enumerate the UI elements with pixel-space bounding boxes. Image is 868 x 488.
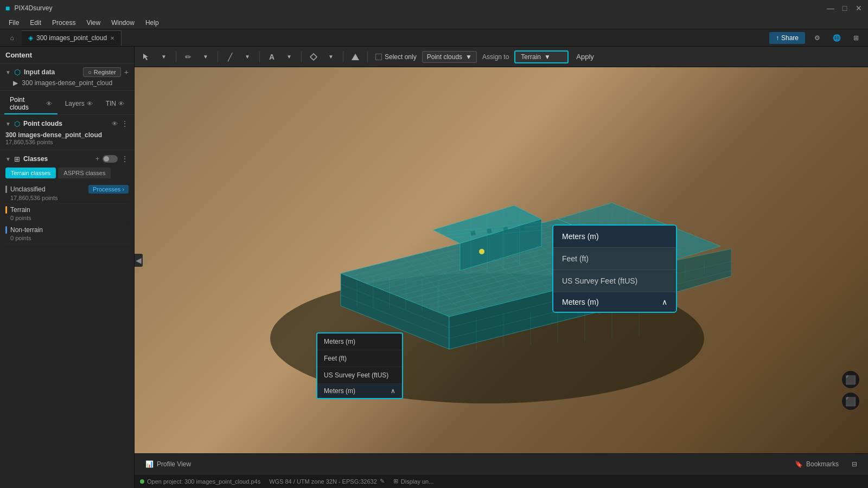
point-cloud-icon: ⬡ [14,120,20,128]
share-button[interactable]: ↑ Share [769,32,805,44]
select-tool-button[interactable] [139,49,154,65]
terrain-dropdown[interactable]: Terrain ▼ [514,50,569,63]
tin-tab-label: TIN [106,100,116,107]
close-tab-icon[interactable]: ✕ [110,35,114,41]
display-text: Display un... [401,478,434,485]
draw-dropdown-button[interactable]: ▼ [198,49,213,65]
grid-button[interactable]: ⊞ [848,30,864,46]
dropdown-option-meters-small[interactable]: Meters (m) [317,333,402,350]
close-button[interactable]: ✕ [855,4,863,12]
menubar: File Edit Process View Window Help [0,16,868,29]
point-clouds-eye-icon[interactable]: 👁 [112,120,118,127]
point-clouds-title: Point clouds [23,120,108,127]
point-clouds-more-icon[interactable]: ⋮ [121,119,129,128]
unit-dropdown-small[interactable]: Meters (m) Feet (ft) US Survey Feet (ftU… [316,332,403,399]
dropdown-option-meters-current-small[interactable]: Meters (m) ∧ [317,384,402,398]
toolbar: ▼ ✏ ▼ ╱ ▼ A ▼ ▼ [135,47,868,67]
layers-eye-icon[interactable]: 👁 [87,100,93,107]
pc-dropdown-label: Point clouds [427,53,462,61]
unit-dropdown-large[interactable]: Meters (m) Feet (ft) US Survey Feet (ftU… [552,224,677,313]
register-button[interactable]: ○ Register [83,67,121,77]
menu-window[interactable]: Window [107,18,139,28]
select-dropdown-button[interactable]: ▼ [156,49,171,65]
non-terrain-name: Non-terrain [10,226,129,234]
share-icon: ↑ [776,34,779,42]
toolbar-sep6 [367,52,368,62]
shape-tool-button[interactable] [306,49,321,65]
expand-arrow-icon[interactable]: ▼ [5,69,11,75]
collapse-sidebar-button[interactable]: ◀ [135,254,143,267]
add-input-button[interactable]: + [124,68,129,76]
draw-tool-button[interactable]: ✏ [181,49,196,65]
layers-tab-label: Layers [65,100,85,107]
share-label: Share [781,34,799,42]
process-button[interactable]: Processes › [88,185,129,194]
menu-edit[interactable]: Edit [25,18,46,28]
profile-view-button[interactable]: 📊 Profile View [139,458,197,470]
sidebar: Content ▼ ⬡ Input data ○ Register + ▶ 30… [0,47,135,488]
dropdown-option-feet-large[interactable]: Feet (ft) [553,248,676,270]
dropdown-option-meters-large[interactable]: Meters (m) [553,226,676,248]
dropdown-option-survey-feet-small[interactable]: US Survey Feet (ftUS) [317,367,402,384]
eye-icon[interactable]: 👁 [46,100,52,107]
shape-dropdown-button[interactable]: ▼ [323,49,339,65]
home-button[interactable]: ⌂ [4,30,20,46]
menu-process[interactable]: Process [48,18,80,28]
dropdown-current-label-small: Meters (m) [324,387,355,395]
tabbar-right: ↑ Share ⚙ 🌐 ⊞ [769,30,864,46]
dropdown-option-feet-small[interactable]: Feet (ft) [317,350,402,367]
text-dropdown-button[interactable]: ▼ [282,49,297,65]
tab-300-images[interactable]: ◈ 300 images_point_cloud ✕ [22,30,122,46]
terrain-color [5,206,7,214]
toolbar-sep2 [218,52,218,62]
viewport[interactable]: ◀ ⬛ ⬛ Meters (m) Feet (ft) US Survey Fee… [135,67,868,453]
terrain-name: Terrain [10,206,129,214]
menu-view[interactable]: View [82,18,105,28]
display-icon: ⊞ [393,478,398,485]
tab-point-clouds[interactable]: Point clouds 👁 [4,94,58,114]
menu-help[interactable]: Help [141,18,163,28]
text-tool-button[interactable]: A [264,49,279,65]
toolbar-sep1 [176,52,176,62]
viewport-background [135,67,868,453]
viewport-ctrl-1[interactable]: ⬛ [842,371,859,388]
dropdown-option-meters-current-large[interactable]: Meters (m) ∧ [553,292,676,312]
class-unclassified: Unclassified Processes › 17,860,536 poin… [5,183,129,204]
expand-button[interactable]: ⊟ [845,458,864,470]
select-only-check-box[interactable] [375,54,382,60]
maximize-button[interactable]: □ [841,4,848,12]
pc-expand-arrow-icon[interactable]: ▼ [5,121,11,127]
bookmarks-label: Bookmarks [806,460,839,468]
terrain-tool-button[interactable] [348,49,363,65]
dropdown-option-survey-feet-large[interactable]: US Survey Feet (ftUS) [553,270,676,292]
point-cloud-item[interactable]: ▶ 300 images-dense_point_cloud [5,77,129,87]
minimize-button[interactable]: — [827,4,834,12]
apply-button[interactable]: Apply [571,51,599,62]
point-clouds-dropdown[interactable]: Point clouds ▼ [422,51,477,63]
tin-eye-icon[interactable]: 👁 [118,100,124,107]
input-data-header: ▼ ⬡ Input data ○ Register + [5,67,129,77]
select-only-checkbox[interactable]: Select only [372,53,420,61]
edit-coords-icon[interactable]: ✎ [380,478,385,485]
viewport-ctrl-2[interactable]: ⬛ [842,393,859,410]
dropdown-chevron-up-icon: ∧ [662,298,667,306]
globe-button[interactable]: 🌐 [829,30,844,46]
add-class-button[interactable]: + [95,155,99,163]
bookmarks-icon: 🔖 [795,460,803,468]
line-tool-button[interactable]: ╱ [222,49,238,65]
tab-layers[interactable]: Layers 👁 [60,94,98,114]
classes-expand-icon[interactable]: ▼ [5,156,11,162]
classes-toggle[interactable] [103,155,118,163]
statusbar: Open project: 300 images_point_cloud.p4s… [135,474,868,488]
terrain-classes-tab[interactable]: Terrain classes [5,168,56,178]
bookmarks-button[interactable]: 🔖 Bookmarks [788,458,845,470]
settings-button[interactable]: ⚙ [809,30,825,46]
classes-icon: ⊞ [14,155,20,163]
asprs-classes-tab[interactable]: ASPRS classes [58,168,111,178]
classes-more-icon[interactable]: ⋮ [121,155,129,163]
toolbar-sep3 [259,52,260,62]
tab-tin[interactable]: TIN 👁 [100,94,130,114]
menu-file[interactable]: File [4,18,23,28]
line-dropdown-button[interactable]: ▼ [240,49,255,65]
app-icon: ■ [5,4,10,12]
